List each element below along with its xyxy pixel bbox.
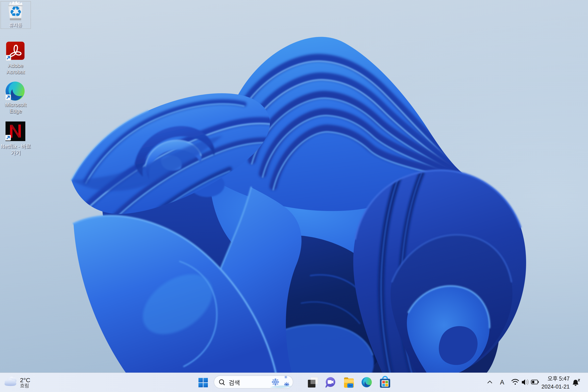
svg-text:2024-01-21: 2024-01-21 [542,384,570,390]
svg-text:2°C: 2°C [20,377,30,384]
svg-text:A: A [500,379,504,386]
